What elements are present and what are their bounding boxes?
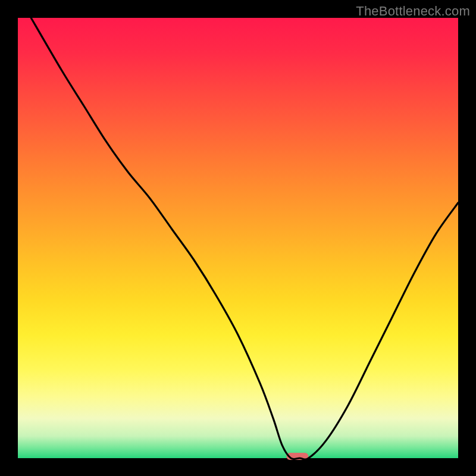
plot-area — [18, 18, 458, 458]
bottleneck-chart — [0, 0, 476, 476]
chart-container: TheBottleneck.com — [0, 0, 476, 476]
watermark-text: TheBottleneck.com — [356, 4, 470, 19]
